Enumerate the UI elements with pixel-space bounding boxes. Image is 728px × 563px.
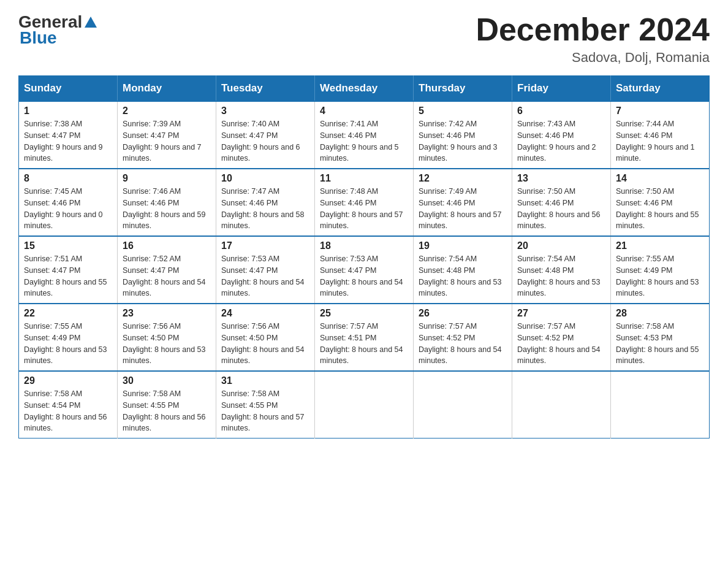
- table-row: 4Sunrise: 7:41 AMSunset: 4:46 PMDaylight…: [315, 101, 414, 169]
- day-info: Sunrise: 7:38 AMSunset: 4:47 PMDaylight:…: [24, 118, 112, 164]
- day-number: 16: [123, 240, 211, 251]
- day-info: Sunrise: 7:57 AMSunset: 4:52 PMDaylight:…: [517, 321, 605, 367]
- day-number: 14: [616, 173, 704, 184]
- week-row-5: 29Sunrise: 7:58 AMSunset: 4:54 PMDayligh…: [19, 371, 710, 439]
- day-number: 3: [221, 105, 309, 117]
- weekday-header-sunday: Sunday: [19, 76, 118, 102]
- table-row: [414, 371, 512, 439]
- table-row: 22Sunrise: 7:55 AMSunset: 4:49 PMDayligh…: [19, 304, 118, 371]
- table-row: 2Sunrise: 7:39 AMSunset: 4:47 PMDaylight…: [118, 101, 216, 169]
- day-info: Sunrise: 7:44 AMSunset: 4:46 PMDaylight:…: [616, 118, 704, 164]
- calendar-header: SundayMondayTuesdayWednesdayThursdayFrid…: [19, 76, 710, 102]
- day-number: 25: [320, 308, 408, 319]
- day-info: Sunrise: 7:41 AMSunset: 4:46 PMDaylight:…: [320, 118, 408, 164]
- day-info: Sunrise: 7:56 AMSunset: 4:50 PMDaylight:…: [221, 321, 309, 367]
- location-subtitle: Sadova, Dolj, Romania: [476, 50, 710, 66]
- table-row: 12Sunrise: 7:49 AMSunset: 4:46 PMDayligh…: [414, 169, 512, 236]
- day-number: 22: [24, 308, 112, 319]
- weekday-header-wednesday: Wednesday: [315, 76, 414, 102]
- table-row: [611, 371, 710, 439]
- day-number: 9: [123, 173, 211, 184]
- day-number: 10: [221, 173, 309, 184]
- day-info: Sunrise: 7:58 AMSunset: 4:53 PMDaylight:…: [616, 321, 704, 367]
- day-info: Sunrise: 7:47 AMSunset: 4:46 PMDaylight:…: [221, 186, 309, 232]
- logo: General Blue: [18, 12, 98, 48]
- day-number: 8: [24, 173, 112, 184]
- day-info: Sunrise: 7:42 AMSunset: 4:46 PMDaylight:…: [419, 118, 507, 164]
- logo-triangle-icon: [83, 15, 98, 30]
- week-row-2: 8Sunrise: 7:45 AMSunset: 4:46 PMDaylight…: [19, 169, 710, 236]
- table-row: 20Sunrise: 7:54 AMSunset: 4:48 PMDayligh…: [512, 236, 611, 304]
- day-info: Sunrise: 7:58 AMSunset: 4:55 PMDaylight:…: [221, 388, 309, 434]
- table-row: 24Sunrise: 7:56 AMSunset: 4:50 PMDayligh…: [216, 304, 315, 371]
- day-info: Sunrise: 7:57 AMSunset: 4:52 PMDaylight:…: [419, 321, 507, 367]
- day-info: Sunrise: 7:57 AMSunset: 4:51 PMDaylight:…: [320, 321, 408, 367]
- day-info: Sunrise: 7:58 AMSunset: 4:54 PMDaylight:…: [24, 388, 112, 434]
- weekday-header-tuesday: Tuesday: [216, 76, 315, 102]
- day-number: 1: [24, 105, 112, 117]
- day-info: Sunrise: 7:52 AMSunset: 4:47 PMDaylight:…: [123, 253, 211, 299]
- table-row: 9Sunrise: 7:46 AMSunset: 4:46 PMDaylight…: [118, 169, 216, 236]
- table-row: 28Sunrise: 7:58 AMSunset: 4:53 PMDayligh…: [611, 304, 710, 371]
- day-info: Sunrise: 7:50 AMSunset: 4:46 PMDaylight:…: [616, 186, 704, 232]
- title-block: December 2024 Sadova, Dolj, Romania: [476, 12, 710, 66]
- day-number: 21: [616, 240, 704, 251]
- page-header: General Blue December 2024 Sadova, Dolj,…: [18, 12, 710, 66]
- table-row: 14Sunrise: 7:50 AMSunset: 4:46 PMDayligh…: [611, 169, 710, 236]
- day-info: Sunrise: 7:53 AMSunset: 4:47 PMDaylight:…: [320, 253, 408, 299]
- day-info: Sunrise: 7:50 AMSunset: 4:46 PMDaylight:…: [517, 186, 605, 232]
- table-row: 16Sunrise: 7:52 AMSunset: 4:47 PMDayligh…: [118, 236, 216, 304]
- day-info: Sunrise: 7:48 AMSunset: 4:46 PMDaylight:…: [320, 186, 408, 232]
- svg-marker-0: [85, 17, 97, 28]
- day-info: Sunrise: 7:40 AMSunset: 4:47 PMDaylight:…: [221, 118, 309, 164]
- table-row: 17Sunrise: 7:53 AMSunset: 4:47 PMDayligh…: [216, 236, 315, 304]
- weekday-header-saturday: Saturday: [611, 76, 710, 102]
- day-number: 20: [517, 240, 605, 251]
- day-number: 15: [24, 240, 112, 251]
- day-number: 4: [320, 105, 408, 117]
- day-number: 17: [221, 240, 309, 251]
- day-number: 5: [419, 105, 507, 117]
- table-row: 23Sunrise: 7:56 AMSunset: 4:50 PMDayligh…: [118, 304, 216, 371]
- day-info: Sunrise: 7:45 AMSunset: 4:46 PMDaylight:…: [24, 186, 112, 232]
- week-row-1: 1Sunrise: 7:38 AMSunset: 4:47 PMDaylight…: [19, 101, 710, 169]
- table-row: 26Sunrise: 7:57 AMSunset: 4:52 PMDayligh…: [414, 304, 512, 371]
- table-row: 31Sunrise: 7:58 AMSunset: 4:55 PMDayligh…: [216, 371, 315, 439]
- day-number: 6: [517, 105, 605, 117]
- day-number: 27: [517, 308, 605, 319]
- day-number: 31: [221, 375, 309, 386]
- day-info: Sunrise: 7:49 AMSunset: 4:46 PMDaylight:…: [419, 186, 507, 232]
- day-number: 2: [123, 105, 211, 117]
- calendar-body: 1Sunrise: 7:38 AMSunset: 4:47 PMDaylight…: [19, 101, 710, 439]
- day-info: Sunrise: 7:58 AMSunset: 4:55 PMDaylight:…: [123, 388, 211, 434]
- day-number: 26: [419, 308, 507, 319]
- day-info: Sunrise: 7:54 AMSunset: 4:48 PMDaylight:…: [517, 253, 605, 299]
- table-row: 18Sunrise: 7:53 AMSunset: 4:47 PMDayligh…: [315, 236, 414, 304]
- calendar-table: SundayMondayTuesdayWednesdayThursdayFrid…: [18, 75, 710, 439]
- table-row: [315, 371, 414, 439]
- week-row-3: 15Sunrise: 7:51 AMSunset: 4:47 PMDayligh…: [19, 236, 710, 304]
- day-info: Sunrise: 7:55 AMSunset: 4:49 PMDaylight:…: [616, 253, 704, 299]
- day-info: Sunrise: 7:53 AMSunset: 4:47 PMDaylight:…: [221, 253, 309, 299]
- table-row: 7Sunrise: 7:44 AMSunset: 4:46 PMDaylight…: [611, 101, 710, 169]
- day-info: Sunrise: 7:56 AMSunset: 4:50 PMDaylight:…: [123, 321, 211, 367]
- day-info: Sunrise: 7:39 AMSunset: 4:47 PMDaylight:…: [123, 118, 211, 164]
- day-number: 12: [419, 173, 507, 184]
- logo-blue-text: Blue: [20, 28, 57, 48]
- table-row: 30Sunrise: 7:58 AMSunset: 4:55 PMDayligh…: [118, 371, 216, 439]
- day-number: 19: [419, 240, 507, 251]
- day-number: 11: [320, 173, 408, 184]
- table-row: 27Sunrise: 7:57 AMSunset: 4:52 PMDayligh…: [512, 304, 611, 371]
- weekday-header-thursday: Thursday: [414, 76, 512, 102]
- table-row: 29Sunrise: 7:58 AMSunset: 4:54 PMDayligh…: [19, 371, 118, 439]
- table-row: 11Sunrise: 7:48 AMSunset: 4:46 PMDayligh…: [315, 169, 414, 236]
- table-row: 8Sunrise: 7:45 AMSunset: 4:46 PMDaylight…: [19, 169, 118, 236]
- day-number: 29: [24, 375, 112, 386]
- day-number: 30: [123, 375, 211, 386]
- weekday-header-row: SundayMondayTuesdayWednesdayThursdayFrid…: [19, 76, 710, 102]
- day-info: Sunrise: 7:43 AMSunset: 4:46 PMDaylight:…: [517, 118, 605, 164]
- main-title: December 2024: [476, 12, 710, 47]
- table-row: 10Sunrise: 7:47 AMSunset: 4:46 PMDayligh…: [216, 169, 315, 236]
- day-info: Sunrise: 7:55 AMSunset: 4:49 PMDaylight:…: [24, 321, 112, 367]
- day-info: Sunrise: 7:51 AMSunset: 4:47 PMDaylight:…: [24, 253, 112, 299]
